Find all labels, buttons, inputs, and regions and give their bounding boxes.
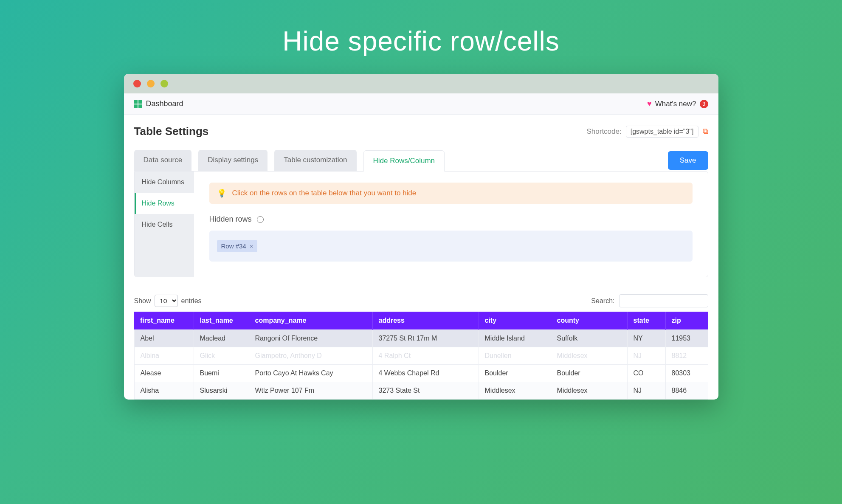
save-button[interactable]: Save (668, 151, 708, 170)
chip-remove-icon[interactable]: × (250, 242, 253, 250)
table-row[interactable]: AlishaSlusarskiWtlz Power 107 Fm3273 Sta… (134, 382, 708, 400)
table-header: first_name last_name company_name addres… (134, 312, 708, 330)
main-tabs: Data source Display settings Table custo… (134, 150, 445, 171)
table-cell[interactable]: 4 Ralph Ct (372, 347, 479, 365)
table-cell[interactable]: 37275 St Rt 17m M (372, 330, 479, 347)
table-cell[interactable]: Middlesex (479, 382, 551, 400)
hero-title: Hide specific row/cells (0, 0, 842, 74)
table-cell[interactable]: 80303 (665, 365, 708, 382)
col-city[interactable]: city (479, 312, 551, 330)
search-label: Search: (591, 297, 614, 305)
side-tabs: Hide Columns Hide Rows Hide Cells (135, 172, 194, 277)
app-window: Dashboard ♥ What's new? 3 Table Settings… (124, 74, 718, 400)
table-cell[interactable]: Maclead (194, 330, 249, 347)
window-maximize-dot[interactable] (161, 80, 168, 87)
col-last-name[interactable]: last_name (194, 312, 249, 330)
info-icon[interactable]: i (257, 216, 264, 223)
table-cell[interactable]: Albina (134, 347, 194, 365)
lightbulb-icon: 💡 (217, 189, 226, 198)
settings-panel: Hide Columns Hide Rows Hide Cells 💡 Clic… (134, 171, 708, 277)
tabs-row: Data source Display settings Table custo… (124, 142, 718, 171)
dashboard-label[interactable]: Dashboard (146, 99, 183, 108)
hidden-rows-text: Hidden rows (209, 215, 252, 224)
side-tab-hide-columns[interactable]: Hide Columns (135, 172, 194, 193)
table-cell[interactable]: Dunellen (479, 347, 551, 365)
shortcode-value[interactable]: [gswpts_table id="3"] (626, 126, 698, 138)
table-cell[interactable]: CO (627, 365, 665, 382)
tab-data-source[interactable]: Data source (134, 150, 192, 171)
table-row[interactable]: AlbinaGlickGiampetro, Anthony D4 Ralph C… (134, 347, 708, 365)
table-cell[interactable]: NJ (627, 347, 665, 365)
heart-icon: ♥ (647, 99, 652, 108)
entries-label: entries (181, 297, 202, 305)
table-cell[interactable]: Wtlz Power 107 Fm (249, 382, 372, 400)
topbar-right[interactable]: ♥ What's new? 3 (647, 99, 708, 108)
topbar-left: Dashboard (134, 99, 183, 108)
table-cell[interactable]: 8846 (665, 382, 708, 400)
table-cell[interactable]: Suffolk (551, 330, 627, 347)
table-cell[interactable]: Middlesex (551, 347, 627, 365)
table-cell[interactable]: Slusarski (194, 382, 249, 400)
table-cell[interactable]: Boulder (479, 365, 551, 382)
table-cell[interactable]: Middle Island (479, 330, 551, 347)
hidden-rows-label: Hidden rows i (209, 215, 693, 224)
hidden-rows-chip-area: Row #34 × (209, 231, 693, 262)
show-label: Show (134, 297, 151, 305)
table-cell[interactable]: Alease (134, 365, 194, 382)
entries-select[interactable]: 10 (155, 295, 178, 307)
col-address[interactable]: address (372, 312, 479, 330)
notification-badge: 3 (700, 100, 708, 108)
table-cell[interactable]: Rangoni Of Florence (249, 330, 372, 347)
table-cell[interactable]: Boulder (551, 365, 627, 382)
table-region: Show 10 entries Search: first_name last_… (124, 277, 718, 400)
table-cell[interactable]: Buemi (194, 365, 249, 382)
table-row[interactable]: AleaseBuemiPorto Cayo At Hawks Cay4 Webb… (134, 365, 708, 382)
side-tab-hide-cells[interactable]: Hide Cells (135, 214, 194, 235)
table-cell[interactable]: Alisha (134, 382, 194, 400)
table-cell[interactable]: 11953 (665, 330, 708, 347)
col-company[interactable]: company_name (249, 312, 372, 330)
table-cell[interactable]: 8812 (665, 347, 708, 365)
show-entries-wrap: Show 10 entries (134, 295, 202, 307)
col-state[interactable]: state (627, 312, 665, 330)
col-first-name[interactable]: first_name (134, 312, 194, 330)
table-body: AbelMacleadRangoni Of Florence37275 St R… (134, 330, 708, 400)
page-title: Table Settings (134, 125, 209, 138)
tab-table-customization[interactable]: Table customization (274, 150, 356, 171)
side-tab-hide-rows[interactable]: Hide Rows (135, 193, 194, 214)
tab-hide-rows-column[interactable]: Hide Rows/Column (363, 150, 445, 172)
shortcode-label: Shortcode: (586, 127, 621, 136)
shortcode-wrap: Shortcode: [gswpts_table id="3"] ⧉ (586, 126, 708, 138)
table-cell[interactable]: NY (627, 330, 665, 347)
table-cell[interactable]: Middlesex (551, 382, 627, 400)
table-cell[interactable]: 4 Webbs Chapel Rd (372, 365, 479, 382)
table-cell[interactable]: Abel (134, 330, 194, 347)
hidden-row-chip[interactable]: Row #34 × (217, 240, 258, 252)
info-banner: 💡 Click on the rows on the table below t… (209, 183, 693, 204)
col-county[interactable]: county (551, 312, 627, 330)
table-cell[interactable]: Giampetro, Anthony D (249, 347, 372, 365)
whats-new-label: What's new? (655, 100, 696, 108)
tab-display-settings[interactable]: Display settings (198, 150, 268, 171)
panel-body: 💡 Click on the rows on the table below t… (194, 172, 708, 277)
table-controls: Show 10 entries Search: (134, 294, 708, 307)
copy-icon[interactable]: ⧉ (703, 127, 708, 136)
window-minimize-dot[interactable] (147, 80, 155, 87)
chip-label: Row #34 (221, 242, 246, 250)
table-cell[interactable]: 3273 State St (372, 382, 479, 400)
settings-header: Table Settings Shortcode: [gswpts_table … (124, 115, 718, 142)
data-table: first_name last_name company_name addres… (134, 312, 708, 400)
col-zip[interactable]: zip (665, 312, 708, 330)
dashboard-icon (134, 100, 142, 108)
table-cell[interactable]: Glick (194, 347, 249, 365)
topbar: Dashboard ♥ What's new? 3 (124, 93, 718, 115)
info-banner-text: Click on the rows on the table below tha… (232, 189, 417, 197)
window-titlebar (124, 74, 718, 93)
table-row[interactable]: AbelMacleadRangoni Of Florence37275 St R… (134, 330, 708, 347)
table-cell[interactable]: Porto Cayo At Hawks Cay (249, 365, 372, 382)
search-wrap: Search: (591, 294, 708, 307)
table-cell[interactable]: NJ (627, 382, 665, 400)
search-input[interactable] (619, 294, 708, 307)
window-close-dot[interactable] (133, 80, 141, 87)
